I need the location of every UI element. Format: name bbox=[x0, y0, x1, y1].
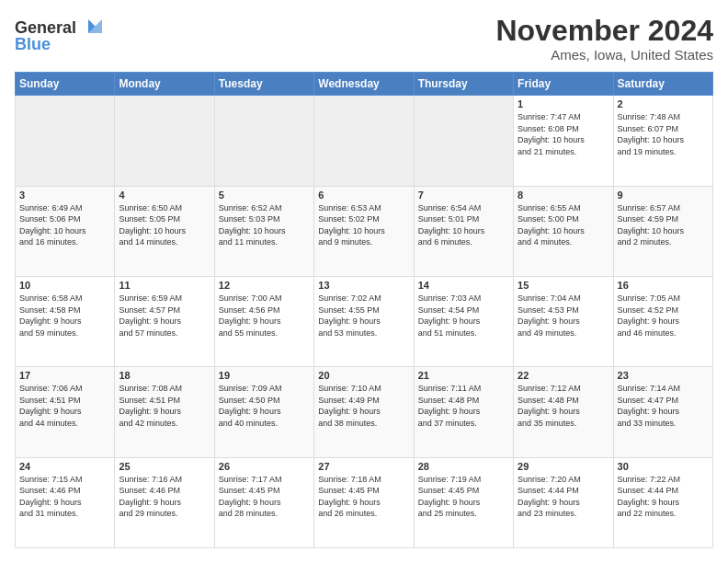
day-detail: Sunrise: 6:52 AM Sunset: 5:03 PM Dayligh… bbox=[219, 202, 310, 248]
calendar-week-row: 10Sunrise: 6:58 AM Sunset: 4:58 PM Dayli… bbox=[16, 276, 713, 366]
calendar-cell: 11Sunrise: 6:59 AM Sunset: 4:57 PM Dayli… bbox=[115, 276, 214, 366]
day-number: 24 bbox=[19, 461, 110, 472]
day-number: 25 bbox=[119, 461, 210, 472]
day-number: 30 bbox=[618, 461, 709, 472]
calendar-cell: 5Sunrise: 6:52 AM Sunset: 5:03 PM Daylig… bbox=[214, 186, 313, 276]
day-number: 2 bbox=[618, 98, 709, 109]
svg-text:General: General bbox=[15, 18, 76, 37]
calendar-cell bbox=[314, 96, 414, 186]
day-number: 11 bbox=[119, 280, 210, 291]
day-number: 29 bbox=[518, 461, 609, 472]
day-detail: Sunrise: 7:03 AM Sunset: 4:54 PM Dayligh… bbox=[418, 293, 509, 339]
subtitle: Ames, Iowa, United States bbox=[495, 47, 713, 63]
day-detail: Sunrise: 7:20 AM Sunset: 4:44 PM Dayligh… bbox=[518, 474, 609, 520]
day-detail: Sunrise: 6:54 AM Sunset: 5:01 PM Dayligh… bbox=[418, 202, 509, 248]
day-detail: Sunrise: 6:49 AM Sunset: 5:06 PM Dayligh… bbox=[19, 202, 110, 248]
calendar-header-friday: Friday bbox=[514, 73, 613, 96]
calendar-cell: 20Sunrise: 7:10 AM Sunset: 4:49 PM Dayli… bbox=[314, 367, 414, 457]
day-number: 19 bbox=[219, 370, 310, 381]
day-detail: Sunrise: 7:17 AM Sunset: 4:45 PM Dayligh… bbox=[219, 474, 310, 520]
day-number: 16 bbox=[618, 280, 709, 291]
calendar-cell: 6Sunrise: 6:53 AM Sunset: 5:02 PM Daylig… bbox=[314, 186, 414, 276]
svg-text:Blue: Blue bbox=[15, 35, 51, 53]
calendar-cell: 12Sunrise: 7:00 AM Sunset: 4:56 PM Dayli… bbox=[214, 276, 313, 366]
calendar-header-sunday: Sunday bbox=[16, 73, 115, 96]
calendar-cell: 13Sunrise: 7:02 AM Sunset: 4:55 PM Dayli… bbox=[314, 276, 414, 366]
calendar-cell bbox=[16, 96, 115, 186]
calendar-cell: 10Sunrise: 6:58 AM Sunset: 4:58 PM Dayli… bbox=[16, 276, 115, 366]
day-detail: Sunrise: 6:57 AM Sunset: 4:59 PM Dayligh… bbox=[618, 202, 709, 248]
main-title: November 2024 bbox=[495, 15, 713, 47]
day-detail: Sunrise: 7:14 AM Sunset: 4:47 PM Dayligh… bbox=[618, 383, 709, 429]
day-number: 15 bbox=[518, 280, 609, 291]
calendar-cell: 1Sunrise: 7:47 AM Sunset: 6:08 PM Daylig… bbox=[514, 96, 613, 186]
calendar-cell: 9Sunrise: 6:57 AM Sunset: 4:59 PM Daylig… bbox=[613, 186, 712, 276]
day-number: 21 bbox=[418, 370, 509, 381]
calendar-cell: 2Sunrise: 7:48 AM Sunset: 6:07 PM Daylig… bbox=[613, 96, 712, 186]
day-detail: Sunrise: 7:09 AM Sunset: 4:50 PM Dayligh… bbox=[219, 383, 310, 429]
day-number: 1 bbox=[518, 98, 609, 109]
day-number: 9 bbox=[618, 190, 709, 201]
day-number: 28 bbox=[418, 461, 509, 472]
title-block: November 2024 Ames, Iowa, United States bbox=[495, 15, 713, 63]
day-number: 13 bbox=[318, 280, 409, 291]
calendar-header-tuesday: Tuesday bbox=[214, 73, 313, 96]
calendar-cell bbox=[414, 96, 513, 186]
calendar-cell: 8Sunrise: 6:55 AM Sunset: 5:00 PM Daylig… bbox=[514, 186, 613, 276]
day-number: 18 bbox=[119, 370, 210, 381]
calendar-cell: 19Sunrise: 7:09 AM Sunset: 4:50 PM Dayli… bbox=[214, 367, 313, 457]
day-detail: Sunrise: 7:02 AM Sunset: 4:55 PM Dayligh… bbox=[318, 293, 409, 339]
calendar-cell: 18Sunrise: 7:08 AM Sunset: 4:51 PM Dayli… bbox=[115, 367, 214, 457]
calendar-header-thursday: Thursday bbox=[414, 73, 513, 96]
day-detail: Sunrise: 7:18 AM Sunset: 4:45 PM Dayligh… bbox=[318, 474, 409, 520]
calendar-week-row: 17Sunrise: 7:06 AM Sunset: 4:51 PM Dayli… bbox=[16, 367, 713, 457]
day-detail: Sunrise: 7:05 AM Sunset: 4:52 PM Dayligh… bbox=[618, 293, 709, 339]
calendar-cell: 25Sunrise: 7:16 AM Sunset: 4:46 PM Dayli… bbox=[115, 457, 214, 547]
day-number: 17 bbox=[19, 370, 110, 381]
day-detail: Sunrise: 6:55 AM Sunset: 5:00 PM Dayligh… bbox=[518, 202, 609, 248]
day-detail: Sunrise: 7:47 AM Sunset: 6:08 PM Dayligh… bbox=[518, 111, 609, 157]
calendar-header-wednesday: Wednesday bbox=[314, 73, 414, 96]
day-detail: Sunrise: 7:15 AM Sunset: 4:46 PM Dayligh… bbox=[19, 474, 110, 520]
header: General Blue November 2024 Ames, Iowa, U… bbox=[15, 15, 713, 63]
calendar-cell: 15Sunrise: 7:04 AM Sunset: 4:53 PM Dayli… bbox=[514, 276, 613, 366]
calendar-cell: 23Sunrise: 7:14 AM Sunset: 4:47 PM Dayli… bbox=[613, 367, 712, 457]
calendar-header-row: SundayMondayTuesdayWednesdayThursdayFrid… bbox=[16, 73, 713, 96]
calendar-cell: 26Sunrise: 7:17 AM Sunset: 4:45 PM Dayli… bbox=[214, 457, 313, 547]
day-detail: Sunrise: 7:16 AM Sunset: 4:46 PM Dayligh… bbox=[119, 474, 210, 520]
day-number: 6 bbox=[318, 190, 409, 201]
calendar-cell: 3Sunrise: 6:49 AM Sunset: 5:06 PM Daylig… bbox=[16, 186, 115, 276]
day-detail: Sunrise: 7:19 AM Sunset: 4:45 PM Dayligh… bbox=[418, 474, 509, 520]
day-number: 8 bbox=[518, 190, 609, 201]
calendar-week-row: 24Sunrise: 7:15 AM Sunset: 4:46 PM Dayli… bbox=[16, 457, 713, 547]
day-detail: Sunrise: 6:59 AM Sunset: 4:57 PM Dayligh… bbox=[119, 293, 210, 339]
calendar-cell: 4Sunrise: 6:50 AM Sunset: 5:05 PM Daylig… bbox=[115, 186, 214, 276]
day-detail: Sunrise: 7:06 AM Sunset: 4:51 PM Dayligh… bbox=[19, 383, 110, 429]
calendar-cell: 17Sunrise: 7:06 AM Sunset: 4:51 PM Dayli… bbox=[16, 367, 115, 457]
calendar-week-row: 3Sunrise: 6:49 AM Sunset: 5:06 PM Daylig… bbox=[16, 186, 713, 276]
calendar-cell bbox=[214, 96, 313, 186]
calendar-table: SundayMondayTuesdayWednesdayThursdayFrid… bbox=[15, 72, 713, 548]
calendar-cell: 22Sunrise: 7:12 AM Sunset: 4:48 PM Dayli… bbox=[514, 367, 613, 457]
calendar-cell: 16Sunrise: 7:05 AM Sunset: 4:52 PM Dayli… bbox=[613, 276, 712, 366]
calendar-cell: 21Sunrise: 7:11 AM Sunset: 4:48 PM Dayli… bbox=[414, 367, 513, 457]
day-number: 20 bbox=[318, 370, 409, 381]
day-number: 22 bbox=[518, 370, 609, 381]
calendar-header-saturday: Saturday bbox=[613, 73, 712, 96]
day-number: 23 bbox=[618, 370, 709, 381]
page: General Blue November 2024 Ames, Iowa, U… bbox=[0, 0, 728, 563]
day-detail: Sunrise: 6:50 AM Sunset: 5:05 PM Dayligh… bbox=[119, 202, 210, 248]
logo: General Blue bbox=[15, 15, 116, 60]
calendar-cell: 29Sunrise: 7:20 AM Sunset: 4:44 PM Dayli… bbox=[514, 457, 613, 547]
day-number: 5 bbox=[219, 190, 310, 201]
day-detail: Sunrise: 7:04 AM Sunset: 4:53 PM Dayligh… bbox=[518, 293, 609, 339]
day-detail: Sunrise: 7:48 AM Sunset: 6:07 PM Dayligh… bbox=[618, 111, 709, 157]
day-number: 26 bbox=[219, 461, 310, 472]
day-detail: Sunrise: 7:12 AM Sunset: 4:48 PM Dayligh… bbox=[518, 383, 609, 429]
day-detail: Sunrise: 6:58 AM Sunset: 4:58 PM Dayligh… bbox=[19, 293, 110, 339]
day-number: 7 bbox=[418, 190, 509, 201]
day-detail: Sunrise: 6:53 AM Sunset: 5:02 PM Dayligh… bbox=[318, 202, 409, 248]
day-detail: Sunrise: 7:08 AM Sunset: 4:51 PM Dayligh… bbox=[119, 383, 210, 429]
calendar-cell: 24Sunrise: 7:15 AM Sunset: 4:46 PM Dayli… bbox=[16, 457, 115, 547]
logo-svg: General Blue bbox=[15, 15, 116, 56]
